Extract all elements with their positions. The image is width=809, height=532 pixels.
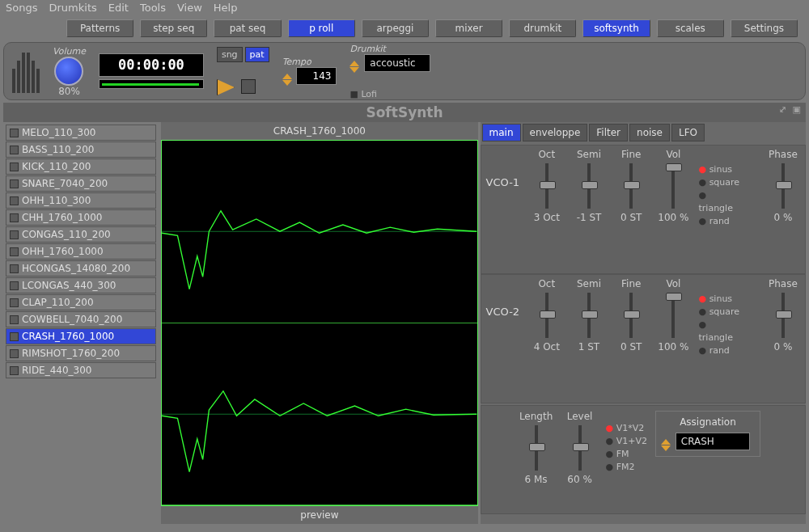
view-tab-step-seq[interactable]: step seq [140, 19, 207, 37]
patch-label: CONGAS_110_200 [22, 229, 111, 240]
patch-row[interactable]: CLAP_110_200 [6, 294, 156, 310]
volume-label: Volume [53, 46, 86, 57]
patch-checkbox[interactable] [10, 349, 19, 358]
lofi-checkbox[interactable]: Lofi [349, 89, 430, 99]
waveform-vco2 [162, 323, 477, 506]
patch-checkbox[interactable] [10, 281, 19, 290]
vco-2-wave-radios[interactable]: sinussquaretrianglerand [699, 278, 742, 357]
patch-row[interactable]: RIDE_440_300 [6, 362, 156, 378]
vco-2-fine-slider[interactable] [629, 293, 633, 338]
drumkit-value[interactable]: accoustic [364, 54, 430, 72]
synth-tab-main[interactable]: main [482, 124, 521, 141]
vco-2-vol-slider[interactable] [671, 293, 675, 338]
progress-bar[interactable] [99, 79, 204, 89]
patch-checkbox[interactable] [10, 163, 19, 171]
vco-2-phase-slider[interactable] [781, 293, 785, 338]
stop-button[interactable] [241, 79, 256, 94]
patch-row[interactable]: OHH_110_300 [6, 192, 156, 209]
vco-2-semi-slider[interactable] [587, 293, 591, 338]
synth-controls: mainenveloppeFilternoiseLFO VCO-1Oct3 Oc… [481, 122, 806, 524]
sng-toggle[interactable]: sng [217, 47, 243, 62]
vco-1-wave-radios[interactable]: sinussquaretrianglerand [699, 149, 742, 228]
synth-tab-noise[interactable]: noise [629, 124, 670, 141]
patch-row[interactable]: HCONGAS_14080_200 [6, 260, 156, 277]
patch-row[interactable]: RIMSHOT_1760_200 [6, 345, 156, 361]
synth-tab-filter[interactable]: Filter [589, 124, 628, 141]
view-tab-softsynth[interactable]: softsynth [582, 19, 650, 37]
patch-row[interactable]: KICK_110_200 [6, 158, 156, 175]
menu-edit[interactable]: Edit [108, 2, 129, 13]
patch-checkbox[interactable] [10, 298, 19, 307]
vco-1-vol-value: 100 % [658, 212, 688, 223]
view-tab-p-roll[interactable]: p roll [288, 19, 355, 37]
synth-tabs: mainenveloppeFilternoiseLFO [481, 122, 806, 143]
patch-checkbox[interactable] [10, 315, 19, 324]
play-button[interactable] [217, 79, 235, 95]
tempo-value[interactable]: 143 [296, 67, 337, 85]
vol-label: Vol [666, 278, 680, 289]
patch-checkbox[interactable] [10, 247, 19, 256]
patch-checkbox[interactable] [10, 366, 19, 375]
patch-row[interactable]: BASS_110_200 [6, 141, 156, 158]
tempo-label: Tempo [282, 57, 337, 67]
menu-bar: Songs Drumkits Edit Tools View Help [0, 0, 809, 15]
patch-checkbox[interactable] [10, 230, 19, 239]
view-tab-mixer[interactable]: mixer [435, 19, 502, 37]
patch-row[interactable]: CHH_1760_1000 [6, 209, 156, 226]
menu-songs[interactable]: Songs [6, 2, 37, 13]
view-tab-arpeggi[interactable]: arpeggi [362, 19, 429, 37]
vco-1-oct-slider[interactable] [545, 163, 549, 209]
length-slider[interactable] [535, 425, 538, 471]
view-tab-pat-seq[interactable]: pat seq [214, 19, 281, 37]
vco-2-oct-slider[interactable] [545, 293, 549, 338]
vco-1-fine-slider[interactable] [629, 163, 633, 209]
patch-checkbox[interactable] [10, 146, 19, 154]
drumkit-spinner[interactable] [349, 61, 359, 73]
patch-label: CLAP_110_200 [22, 297, 94, 308]
view-tab-Settings[interactable]: Settings [731, 19, 798, 37]
pat-toggle[interactable]: pat [245, 47, 269, 62]
fine-label: Fine [621, 149, 641, 160]
assign-value[interactable]: CRASH [676, 433, 750, 450]
volume-value: 80% [53, 86, 86, 97]
patch-row[interactable]: COWBELL_7040_200 [6, 311, 156, 327]
patch-checkbox[interactable] [10, 332, 19, 341]
patch-row[interactable]: MELO_110_300 [6, 125, 156, 141]
patch-label: KICK_110_200 [22, 161, 91, 172]
synth-tab-lfo[interactable]: LFO [671, 124, 705, 141]
patch-row[interactable]: OHH_1760_1000 [6, 243, 156, 260]
tempo-spinner[interactable] [282, 74, 292, 86]
vco-2-label: VCO-2 [486, 278, 522, 318]
patch-list: MELO_110_300BASS_110_200KICK_110_200SNAR… [3, 122, 159, 524]
fine-label: Fine [621, 278, 641, 289]
assign-spinner[interactable] [661, 439, 671, 451]
patch-row[interactable]: SNARE_7040_200 [6, 175, 156, 192]
patch-row[interactable]: CONGAS_110_200 [6, 226, 156, 243]
vco-2-block: VCO-2Oct4 OctSemi1 STFine0 STVol100 %sin… [481, 274, 806, 403]
preview-button[interactable]: preview [161, 506, 477, 524]
synth-tab-enveloppe[interactable]: enveloppe [523, 124, 588, 141]
patch-row[interactable]: LCONGAS_440_300 [6, 277, 156, 293]
mix-mode-radios[interactable]: V1*V2V1+V2FMFM2 [606, 411, 647, 474]
menu-drumkits[interactable]: Drumkits [49, 2, 96, 13]
patch-checkbox[interactable] [10, 179, 19, 188]
window-buttons[interactable]: ⤢ ▣ [779, 104, 803, 115]
patch-checkbox[interactable] [10, 129, 19, 137]
patch-checkbox[interactable] [10, 196, 19, 205]
menu-help[interactable]: Help [214, 2, 238, 13]
volume-knob[interactable] [54, 57, 83, 86]
patch-row[interactable]: CRASH_1760_1000 [6, 328, 156, 344]
patch-checkbox[interactable] [10, 213, 19, 222]
vco-1-semi-slider[interactable] [587, 163, 591, 209]
panel-title: SoftSynth [366, 104, 443, 120]
view-tab-scales[interactable]: scales [657, 19, 724, 37]
menu-view[interactable]: View [177, 2, 202, 13]
patch-checkbox[interactable] [10, 264, 19, 273]
vco-1-phase-slider[interactable] [781, 163, 785, 209]
view-tab-drumkit[interactable]: drumkit [509, 19, 576, 37]
level-slider[interactable] [578, 425, 582, 471]
menu-tools[interactable]: Tools [140, 2, 166, 13]
patch-label: RIDE_440_300 [22, 365, 92, 376]
view-tab-Patterns[interactable]: Patterns [66, 19, 133, 37]
vco-1-vol-slider[interactable] [671, 163, 675, 209]
